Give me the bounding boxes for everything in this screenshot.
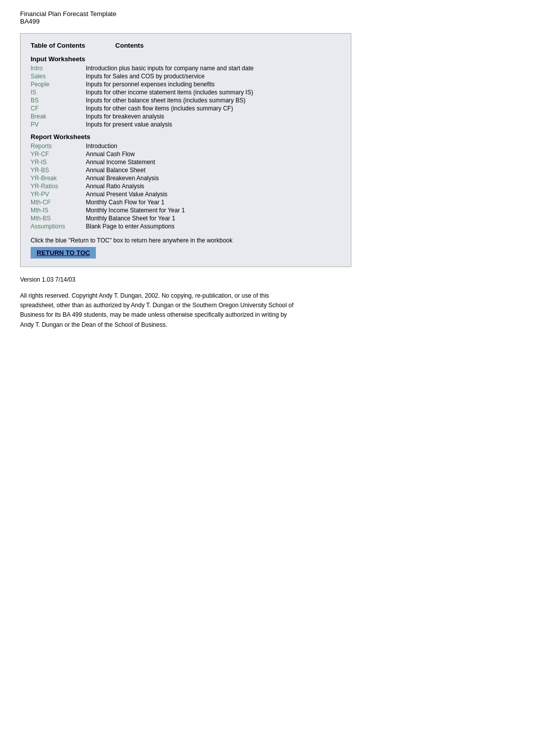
report-desc: Monthly Income Statement for Year 1 (86, 207, 185, 214)
copyright-text: All rights reserved. Copyright Andy T. D… (20, 291, 301, 330)
toc-col1-header: Table of Contents (31, 42, 85, 49)
table-row: CFInputs for other cash flow items (incl… (31, 105, 341, 112)
return-section: Click the blue "Return to TOC" box to re… (31, 237, 341, 259)
input-desc: Inputs for other balance sheet items (in… (86, 97, 245, 104)
table-row: YR-ISAnnual Income Statement (31, 159, 341, 166)
table-row: BSInputs for other balance sheet items (… (31, 97, 341, 104)
report-link[interactable]: Assumptions (31, 223, 86, 230)
toc-box: Table of Contents Contents Input Workshe… (20, 33, 351, 267)
report-link[interactable]: YR-CF (31, 151, 86, 158)
report-desc: Annual Present Value Analysis (86, 191, 168, 198)
report-section-title: Report Worksheets (31, 133, 341, 141)
table-row: Mth-CFMonthly Cash Flow for Year 1 (31, 199, 341, 206)
toc-col2-header: Contents (115, 42, 144, 49)
table-row: ISInputs for other income statement item… (31, 89, 341, 96)
report-desc: Annual Breakeven Analysis (86, 175, 159, 182)
title-line2: BA499 (20, 18, 513, 25)
input-link[interactable]: People (31, 81, 86, 88)
table-row: YR-RatiosAnnual Ratio Analysis (31, 183, 341, 190)
table-row: PVInputs for present value analysis (31, 121, 341, 128)
title-line1: Financial Plan Forecast Template (20, 10, 513, 18)
table-row: BreakInputs for breakeven analysis (31, 113, 341, 120)
report-link[interactable]: YR-Ratios (31, 183, 86, 190)
input-link[interactable]: PV (31, 121, 86, 128)
report-desc: Annual Ratio Analysis (86, 183, 144, 190)
input-link[interactable]: Sales (31, 73, 86, 80)
input-link[interactable]: IS (31, 89, 86, 96)
report-desc: Monthly Cash Flow for Year 1 (86, 199, 165, 206)
table-row: PeopleInputs for personnel expenses incl… (31, 81, 341, 88)
version-line: Version 1.03 7/14/03 (20, 276, 513, 283)
report-worksheets-list: ReportsIntroductionYR-CFAnnual Cash Flow… (31, 143, 341, 230)
input-link[interactable]: BS (31, 97, 86, 104)
report-desc: Blank Page to enter Assumptions (86, 223, 175, 230)
table-row: YR-PVAnnual Present Value Analysis (31, 191, 341, 198)
input-desc: Inputs for Sales and COS by product/serv… (86, 73, 205, 80)
report-link[interactable]: Mth-BS (31, 215, 86, 222)
report-desc: Annual Cash Flow (86, 151, 135, 158)
input-desc: Inputs for present value analysis (86, 121, 172, 128)
table-row: Mth-BSMonthly Balance Sheet for Year 1 (31, 215, 341, 222)
report-link[interactable]: Mth-IS (31, 207, 86, 214)
input-desc: Introduction plus basic inputs for compa… (86, 65, 253, 72)
input-desc: Inputs for breakeven analysis (86, 113, 164, 120)
report-link[interactable]: Mth-CF (31, 199, 86, 206)
report-link[interactable]: YR-BS (31, 167, 86, 174)
input-section-title: Input Worksheets (31, 55, 341, 63)
table-row: YR-CFAnnual Cash Flow (31, 151, 341, 158)
report-link[interactable]: YR-Break (31, 175, 86, 182)
return-note: Click the blue "Return to TOC" box to re… (31, 237, 341, 244)
input-desc: Inputs for other cash flow items (includ… (86, 105, 233, 112)
page-header: Financial Plan Forecast Template BA499 (20, 10, 513, 25)
table-row: IntroIntroduction plus basic inputs for … (31, 65, 341, 72)
report-desc: Monthly Balance Sheet for Year 1 (86, 215, 175, 222)
toc-header-row: Table of Contents Contents (31, 42, 341, 49)
report-desc: Annual Income Statement (86, 159, 155, 166)
input-desc: Inputs for personnel expenses including … (86, 81, 215, 88)
table-row: Mth-ISMonthly Income Statement for Year … (31, 207, 341, 214)
input-desc: Inputs for other income statement items … (86, 89, 253, 96)
report-link[interactable]: Reports (31, 143, 86, 150)
return-to-toc-button[interactable]: RETURN TO TOC (31, 247, 96, 259)
report-link[interactable]: YR-IS (31, 159, 86, 166)
table-row: YR-BreakAnnual Breakeven Analysis (31, 175, 341, 182)
input-worksheets-list: IntroIntroduction plus basic inputs for … (31, 65, 341, 128)
report-desc: Introduction (86, 143, 117, 150)
input-link[interactable]: CF (31, 105, 86, 112)
input-link[interactable]: Break (31, 113, 86, 120)
table-row: AssumptionsBlank Page to enter Assumptio… (31, 223, 341, 230)
report-link[interactable]: YR-PV (31, 191, 86, 198)
table-row: SalesInputs for Sales and COS by product… (31, 73, 341, 80)
table-row: ReportsIntroduction (31, 143, 341, 150)
input-link[interactable]: Intro (31, 65, 86, 72)
report-desc: Annual Balance Sheet (86, 167, 146, 174)
table-row: YR-BSAnnual Balance Sheet (31, 167, 341, 174)
